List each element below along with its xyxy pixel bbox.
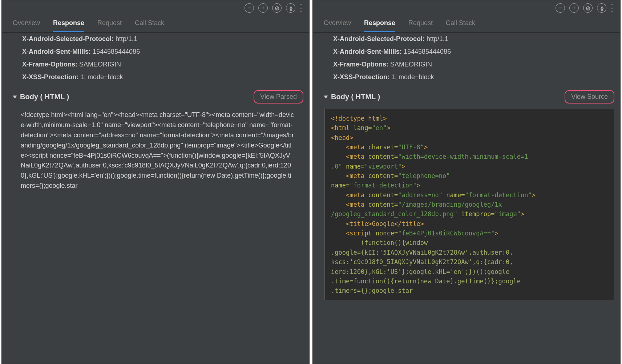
header-row: X-Android-Sent-Millis: 1544585444086 bbox=[2, 45, 309, 58]
tab-request[interactable]: Request bbox=[408, 19, 433, 32]
header-row: X-XSS-Protection: 1; mode=block bbox=[313, 71, 620, 84]
circle-slash-icon[interactable]: ⊘ bbox=[272, 3, 282, 13]
tab-overview[interactable]: Overview bbox=[13, 19, 40, 32]
panel-toolbar: − + ⊘ {} bbox=[313, 0, 620, 16]
header-row: X-XSS-Protection: 1; mode=block bbox=[2, 71, 309, 84]
header-row: X-Android-Selected-Protocol: http/1.1 bbox=[2, 33, 309, 45]
devtools-panel-right: − + ⊘ {} Overview Response Request Call … bbox=[312, 0, 621, 364]
tab-response[interactable]: Response bbox=[53, 19, 84, 32]
header-row: X-Frame-Options: SAMEORIGIN bbox=[313, 58, 620, 71]
view-source-button[interactable]: View Source bbox=[565, 90, 614, 104]
tab-callstack[interactable]: Call Stack bbox=[446, 19, 475, 32]
plus-icon[interactable]: + bbox=[258, 3, 268, 13]
minus-icon[interactable]: − bbox=[245, 3, 254, 13]
body-section-header: Body ( HTML ) View Parsed bbox=[2, 84, 309, 109]
header-row: X-Android-Selected-Protocol: http/1.1 bbox=[313, 33, 620, 45]
braces-icon[interactable]: {} bbox=[286, 3, 295, 13]
tab-callstack[interactable]: Call Stack bbox=[135, 19, 164, 32]
body-plain-text: <!doctype html><html lang="en"><head><me… bbox=[2, 109, 309, 195]
drag-handle-icon[interactable] bbox=[611, 4, 613, 12]
devtools-panel-left: − + ⊘ {} Overview Response Request Call … bbox=[1, 0, 310, 364]
tab-response[interactable]: Response bbox=[364, 19, 395, 32]
tab-overview[interactable]: Overview bbox=[324, 19, 351, 32]
panel-tabs: Overview Response Request Call Stack bbox=[313, 16, 620, 33]
chevron-down-icon[interactable] bbox=[324, 96, 328, 98]
body-parsed-code: <!doctype html> <html lang="en"> <head> … bbox=[324, 109, 614, 300]
panel-toolbar: − + ⊘ {} bbox=[2, 0, 309, 16]
view-parsed-button[interactable]: View Parsed bbox=[254, 90, 303, 104]
body-section-title: Body ( HTML ) bbox=[20, 93, 69, 101]
drag-handle-icon[interactable] bbox=[300, 4, 302, 12]
circle-slash-icon[interactable]: ⊘ bbox=[583, 3, 593, 13]
tab-request[interactable]: Request bbox=[97, 19, 122, 32]
chevron-down-icon[interactable] bbox=[13, 96, 17, 98]
panel-tabs: Overview Response Request Call Stack bbox=[2, 16, 309, 33]
panel-content-right: X-Android-Selected-Protocol: http/1.1 X-… bbox=[313, 33, 620, 364]
header-row: X-Frame-Options: SAMEORIGIN bbox=[2, 58, 309, 71]
plus-icon[interactable]: + bbox=[569, 3, 579, 13]
body-section-title: Body ( HTML ) bbox=[331, 93, 380, 101]
panel-content-left: X-Android-Selected-Protocol: http/1.1 X-… bbox=[2, 33, 309, 364]
minus-icon[interactable]: − bbox=[556, 3, 565, 13]
body-section-header: Body ( HTML ) View Source bbox=[313, 84, 620, 109]
header-row: X-Android-Sent-Millis: 1544585444086 bbox=[313, 45, 620, 58]
braces-icon[interactable]: {} bbox=[597, 3, 606, 13]
